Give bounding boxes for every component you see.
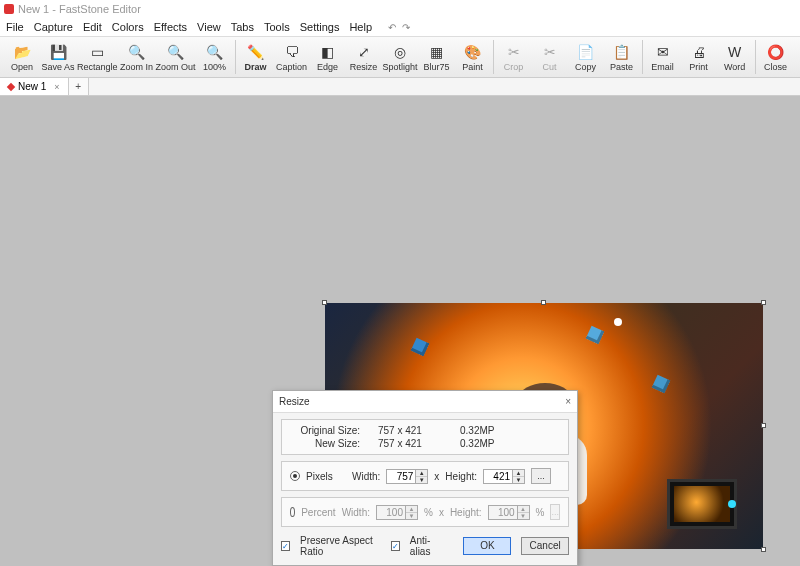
resize-handle-n[interactable] xyxy=(541,300,546,305)
tab-modified-icon xyxy=(7,82,15,90)
copy-icon: 📄 xyxy=(576,42,596,62)
width-label-pc: Width: xyxy=(342,507,370,518)
pixels-radio-label: Pixels xyxy=(306,471,346,482)
spotlight-icon: ◎ xyxy=(390,42,410,62)
width-label: Width: xyxy=(352,471,380,482)
tab-close-icon[interactable]: × xyxy=(54,82,59,92)
toolbar-zoom-in-button[interactable]: 🔍Zoom In xyxy=(119,37,155,77)
toolbar-label: 100% xyxy=(203,62,226,72)
toolbar-label: Copy xyxy=(575,62,596,72)
toolbar-word-button[interactable]: WWord xyxy=(717,37,753,77)
resize-handle-nw[interactable] xyxy=(322,300,327,305)
resize-handle-ne[interactable] xyxy=(761,300,766,305)
menu-effects[interactable]: Effects xyxy=(154,21,187,33)
menu-edit[interactable]: Edit xyxy=(83,21,102,33)
toolbar-save-as-button[interactable]: 💾Save As xyxy=(40,37,76,77)
original-mp-value: 0.32MP xyxy=(460,425,510,436)
print-icon: 🖨 xyxy=(689,42,709,62)
pct-label-2: % xyxy=(536,507,545,518)
edge-icon: ◧ xyxy=(318,42,338,62)
antialias-checkbox[interactable]: ✓ xyxy=(391,541,400,551)
pixels-more-button[interactable]: ... xyxy=(531,468,551,484)
spin-down-icon[interactable]: ▼ xyxy=(513,477,524,483)
toolbar-rectangle-button[interactable]: ▭Rectangle xyxy=(76,37,119,77)
toolbar-paste-button[interactable]: 📋Paste xyxy=(604,37,640,77)
dialog-close-icon[interactable]: × xyxy=(565,396,571,407)
resize-handle-se[interactable] xyxy=(761,547,766,552)
toolbar-spotlight-button[interactable]: ◎Spotlight xyxy=(382,37,419,77)
toolbar-draw-button[interactable]: ✏️Draw xyxy=(238,37,274,77)
spin-up-icon[interactable]: ▲ xyxy=(416,470,427,477)
resize-handle-e[interactable] xyxy=(761,423,766,428)
menu-file[interactable]: File xyxy=(6,21,24,33)
toolbar-label: Resize xyxy=(350,62,378,72)
menu-tools[interactable]: Tools xyxy=(264,21,290,33)
percent-group: Percent Width: ▲▼ % x Height: ▲▼ % ... xyxy=(281,497,569,527)
cut-icon: ✂ xyxy=(540,42,560,62)
menu-undo-redo-icons[interactable]: ↶ ↷ xyxy=(388,22,410,33)
toolbar-close-button[interactable]: ⭕Close xyxy=(758,37,794,77)
app-icon xyxy=(4,4,14,14)
window-title: New 1 - FastStone Editor xyxy=(18,3,141,15)
tab-new-1[interactable]: New 1 × xyxy=(0,78,69,95)
toolbar-open-button[interactable]: 📂Open xyxy=(4,37,40,77)
toolbar-resize-button[interactable]: ⤢Resize xyxy=(346,37,382,77)
menu-settings[interactable]: Settings xyxy=(300,21,340,33)
toolbar-label: Zoom In xyxy=(120,62,153,72)
menu-tabs[interactable]: Tabs xyxy=(231,21,254,33)
width-px-input[interactable] xyxy=(387,470,415,483)
toolbar-label: Word xyxy=(724,62,745,72)
height-label-pc: Height: xyxy=(450,507,482,518)
height-pc-input xyxy=(489,506,517,519)
width-pc-input xyxy=(377,506,405,519)
width-stepper[interactable]: ▲▼ xyxy=(386,469,428,484)
toolbar-zoom-out-button[interactable]: 🔍Zoom Out xyxy=(155,37,197,77)
zoom-in-icon: 🔍 xyxy=(127,42,147,62)
toolbar-100%-button[interactable]: 🔍100% xyxy=(197,37,233,77)
window-titlebar: New 1 - FastStone Editor xyxy=(0,0,800,18)
height-px-input[interactable] xyxy=(484,470,512,483)
dialog-titlebar[interactable]: Resize × xyxy=(273,391,577,413)
menu-capture[interactable]: Capture xyxy=(34,21,73,33)
percent-radio[interactable] xyxy=(290,507,295,517)
toolbar-edge-button[interactable]: ◧Edge xyxy=(310,37,346,77)
pixels-radio[interactable] xyxy=(290,471,300,481)
word-icon: W xyxy=(725,42,745,62)
height-stepper[interactable]: ▲▼ xyxy=(483,469,525,484)
blur75-icon: ▦ xyxy=(427,42,447,62)
cancel-button[interactable]: Cancel xyxy=(521,537,569,555)
toolbar-blur75-button[interactable]: ▦Blur75 xyxy=(419,37,455,77)
menu-colors[interactable]: Colors xyxy=(112,21,144,33)
toolbar-email-button[interactable]: ✉Email xyxy=(645,37,681,77)
toolbar-print-button[interactable]: 🖨Print xyxy=(681,37,717,77)
toolbar-copy-button[interactable]: 📄Copy xyxy=(568,37,604,77)
rectangle-icon: ▭ xyxy=(87,42,107,62)
toolbar-label: Close xyxy=(764,62,787,72)
spin-up-icon[interactable]: ▲ xyxy=(513,470,524,477)
spin-down-icon[interactable]: ▼ xyxy=(416,477,427,483)
toolbar-label: Paste xyxy=(610,62,633,72)
toolbar-label: Open xyxy=(11,62,33,72)
caption-icon: 🗨 xyxy=(282,42,302,62)
paste-icon: 📋 xyxy=(612,42,632,62)
resize-dialog: Resize × Original Size: 757 x 421 0.32MP… xyxy=(272,390,578,566)
image-monitor xyxy=(667,479,737,529)
x-label: x xyxy=(434,471,439,482)
dialog-footer: ✓ Preserve Aspect Ratio ✓ Anti-alias OK … xyxy=(281,533,569,557)
tab-add-button[interactable]: + xyxy=(69,78,89,95)
open-icon: 📂 xyxy=(12,42,32,62)
menu-view[interactable]: View xyxy=(197,21,221,33)
percent-radio-label: Percent xyxy=(301,507,335,518)
ok-button[interactable]: OK xyxy=(463,537,511,555)
menu-help[interactable]: Help xyxy=(349,21,372,33)
draw-icon: ✏️ xyxy=(246,42,266,62)
toolbar-paint-button[interactable]: 🎨Paint xyxy=(455,37,491,77)
resize-icon: ⤢ xyxy=(354,42,374,62)
toolbar-caption-button[interactable]: 🗨Caption xyxy=(274,37,310,77)
email-icon: ✉ xyxy=(653,42,673,62)
preserve-ratio-checkbox[interactable]: ✓ xyxy=(281,541,290,551)
preserve-ratio-label: Preserve Aspect Ratio xyxy=(300,535,381,557)
toolbar-label: Caption xyxy=(276,62,307,72)
size-info-panel: Original Size: 757 x 421 0.32MP New Size… xyxy=(281,419,569,455)
pct-label-1: % xyxy=(424,507,433,518)
